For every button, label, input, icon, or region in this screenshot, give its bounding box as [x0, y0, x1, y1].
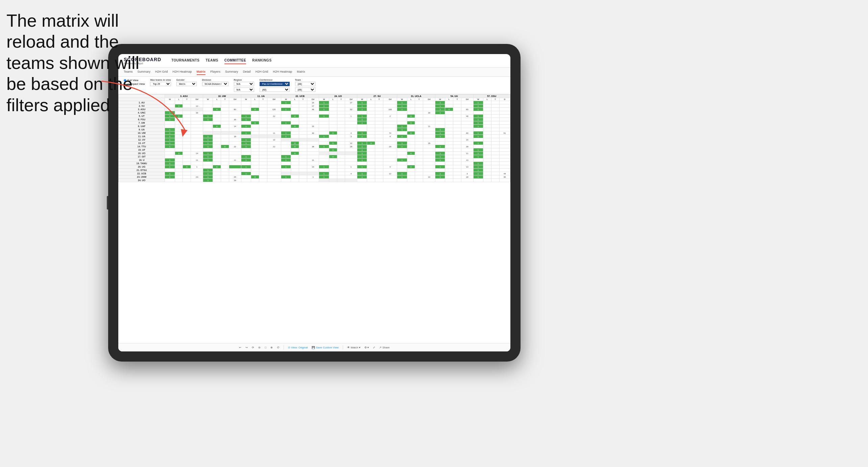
region-select-2[interactable]: N/A	[234, 88, 254, 92]
tab-players[interactable]: Players	[210, 69, 220, 75]
matrix-cell	[191, 172, 203, 175]
matrix-cell	[445, 152, 453, 155]
conference-select[interactable]: Pac-12 Conference	[260, 82, 290, 86]
matrix-cell	[291, 158, 299, 162]
matrix-cell	[291, 138, 299, 142]
max-teams-select[interactable]: Top 25	[150, 82, 171, 86]
matrix-cell	[407, 104, 415, 108]
timer-button[interactable]: ⏱	[277, 346, 280, 349]
matrix-cell	[491, 179, 499, 182]
nav-rankings[interactable]: RANKINGS	[252, 57, 271, 64]
matrix-wrapper[interactable]: 3. ASU 10. UW 11. UA 22. UCB 24. UO 27. …	[118, 94, 510, 343]
division-filter: Division NCAA Division I	[202, 79, 228, 86]
team-select[interactable]: (All)	[295, 82, 315, 86]
table-row: 11. UA111811314111	[119, 135, 510, 138]
matrix-cell: 1	[357, 108, 367, 111]
watch-button[interactable]: 👁 Watch ▾	[347, 346, 360, 349]
matrix-cell	[203, 125, 213, 128]
matrix-cell	[259, 145, 267, 148]
matrix-cell	[291, 118, 299, 121]
matrix-cell: 11	[229, 158, 241, 162]
expand-button[interactable]: ⤢	[373, 346, 375, 349]
matrix-table: 3. ASU 10. UW 11. UA 22. UCB 24. UO 27. …	[118, 94, 510, 182]
tab-detail[interactable]: Detail	[243, 69, 251, 75]
matrix-cell	[483, 104, 491, 108]
tab-h2h-heatmap[interactable]: H2H Heatmap	[173, 69, 192, 75]
zoom-button[interactable]: □	[265, 346, 266, 349]
nav-tournaments[interactable]: TOURNAMENTS	[171, 57, 199, 64]
matrix-cell	[499, 121, 510, 125]
matrix-cell: 1	[345, 165, 357, 169]
matrix-cell: 1	[397, 125, 407, 128]
tab-players-summary[interactable]: Summary	[225, 69, 238, 75]
matrix-cell	[183, 162, 191, 165]
share-button[interactable]: ↗ Share	[379, 346, 390, 349]
matrix-cell	[241, 111, 251, 115]
matrix-cell	[229, 142, 241, 145]
refresh-button[interactable]: ⟳	[252, 346, 254, 349]
matrix-cell	[375, 111, 383, 115]
nav-committee[interactable]: COMMITTEE	[224, 57, 246, 64]
matrix-cell: 25	[229, 175, 241, 179]
matrix-cell	[491, 152, 499, 155]
matrix-cell	[221, 128, 229, 131]
gender-select[interactable]: Men's	[176, 82, 197, 86]
matrix-cell	[307, 111, 319, 115]
matrix-cell: 29	[423, 111, 435, 115]
matrix-cell	[337, 111, 345, 115]
matrix-cell	[259, 121, 267, 125]
matrix-cell	[345, 152, 357, 155]
ucb-l: L	[291, 98, 299, 101]
matrix-cell	[383, 101, 397, 104]
matrix-cell	[461, 125, 473, 128]
table-row: 14. TTU110221220381281261129	[119, 145, 510, 148]
matrix-cell	[267, 158, 281, 162]
conference-select-2[interactable]: (All)	[260, 88, 290, 92]
save-custom-button[interactable]: 💾 Save Custom View	[312, 346, 339, 349]
matrix-cell	[299, 128, 307, 131]
redo-button[interactable]: ↪	[245, 346, 248, 349]
matrix-cell	[397, 131, 407, 135]
uo-w: W	[319, 98, 329, 101]
matrix-cell: 1	[397, 145, 407, 148]
matrix-cell	[407, 148, 415, 152]
matrix-cell	[357, 128, 367, 131]
tab-players-h2h-grid[interactable]: H2H Grid	[256, 69, 268, 75]
row-header-etsu: 21. ETSU	[119, 169, 165, 172]
matrix-cell	[175, 135, 183, 138]
region-select[interactable]: N/A	[234, 82, 254, 86]
matrix-cell	[281, 148, 291, 152]
tab-h2h-grid[interactable]: H2H Grid	[155, 69, 168, 75]
team-select-2[interactable]: (All)	[295, 88, 315, 92]
matrix-cell	[345, 175, 357, 179]
matrix-cell	[175, 145, 183, 148]
matrix-cell	[383, 121, 397, 125]
matrix-cell: 1	[357, 152, 367, 155]
division-select[interactable]: NCAA Division I	[202, 82, 228, 86]
matrix-cell: 1	[241, 158, 251, 162]
matrix-area[interactable]: 3. ASU 10. UW 11. UA 22. UCB 24. UO 27. …	[118, 94, 510, 343]
matrix-cell: 1	[281, 155, 291, 158]
matrix-cell: 22	[229, 145, 241, 148]
matrix-cell	[461, 148, 473, 152]
zoom-out-button[interactable]: ⊖	[258, 346, 261, 349]
matrix-cell: 1	[281, 108, 291, 111]
matrix-cell	[375, 165, 383, 169]
matrix-cell	[483, 158, 491, 162]
matrix-cell: 1	[473, 101, 483, 104]
undo-button[interactable]: ↩	[239, 346, 241, 349]
matrix-cell	[375, 155, 383, 158]
matrix-cell	[357, 111, 367, 115]
tab-matrix[interactable]: Matrix	[197, 69, 206, 75]
nav-teams[interactable]: TEAMS	[206, 57, 218, 64]
view-original-button[interactable]: ⊙ View: Original	[288, 346, 308, 349]
matrix-cell	[423, 179, 435, 182]
settings-button[interactable]: ⚙ ▾	[364, 346, 369, 349]
zoom-in-button[interactable]: ⊕	[270, 346, 273, 349]
matrix-cell	[229, 111, 241, 115]
matrix-cell	[267, 165, 281, 169]
matrix-cell: 11	[423, 125, 435, 128]
tab-players-matrix[interactable]: Matrix	[297, 69, 305, 75]
matrix-cell	[499, 152, 510, 155]
tab-players-h2h-heatmap[interactable]: H2H Heatmap	[273, 69, 292, 75]
